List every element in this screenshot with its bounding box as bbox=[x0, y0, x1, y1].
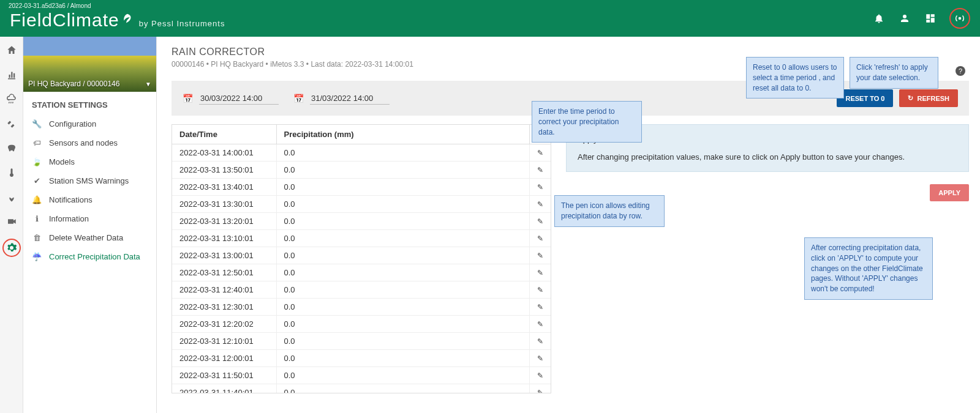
pencil-icon: ✎ bbox=[537, 320, 543, 329]
table-row: 2022-03-31 13:20:01 0.0 ✎ bbox=[172, 213, 551, 230]
date-from-input[interactable] bbox=[199, 92, 279, 105]
top-bar: 2022-03-31.a5d23a6 / Almond FieldClimate… bbox=[0, 0, 980, 37]
table-row: 2022-03-31 12:00:01 0.0 ✎ bbox=[172, 350, 551, 367]
camera-icon[interactable] bbox=[4, 214, 19, 229]
refresh-icon: ↻ bbox=[908, 94, 913, 102]
weather-icon[interactable] bbox=[4, 92, 19, 106]
sidebar-item-delete[interactable]: 🗑Delete Weather Data bbox=[23, 228, 156, 247]
cell-precip: 0.0 bbox=[276, 316, 530, 333]
cell-datetime: 2022-03-31 12:00:01 bbox=[172, 350, 276, 367]
cell-datetime: 2022-03-31 12:30:01 bbox=[172, 299, 276, 316]
plant-icon[interactable] bbox=[4, 190, 19, 204]
tag-icon: 🏷 bbox=[32, 138, 42, 147]
station-image[interactable]: PI HQ Backyard / 00000146 ▼ bbox=[23, 37, 156, 92]
station-label: PI HQ Backyard / 00000146 bbox=[28, 80, 119, 88]
cell-precip: 0.0 bbox=[276, 299, 530, 316]
edit-button[interactable]: ✎ bbox=[530, 264, 551, 281]
date-to-input[interactable] bbox=[310, 92, 390, 105]
sidebar-item-sms[interactable]: ✔Station SMS Warnings bbox=[23, 171, 156, 190]
cell-datetime: 2022-03-31 13:20:01 bbox=[172, 213, 276, 230]
reset-button[interactable]: RESET TO 0 bbox=[837, 89, 893, 107]
cell-datetime: 2022-03-31 13:10:01 bbox=[172, 230, 276, 247]
chevron-down-icon: ▼ bbox=[145, 81, 151, 87]
gear-icon-highlight bbox=[2, 239, 21, 257]
edit-button[interactable]: ✎ bbox=[530, 230, 551, 247]
edit-button[interactable]: ✎ bbox=[530, 299, 551, 316]
edit-button[interactable]: ✎ bbox=[530, 144, 551, 162]
livestock-icon[interactable] bbox=[4, 141, 19, 155]
date-from-wrap: 📅 bbox=[183, 92, 279, 105]
info-icon: ℹ bbox=[32, 214, 42, 223]
cell-precip: 0.0 bbox=[276, 264, 530, 281]
user-icon[interactable] bbox=[898, 12, 911, 25]
nav-rail bbox=[0, 37, 23, 413]
cell-datetime: 2022-03-31 13:50:01 bbox=[172, 162, 276, 179]
pencil-icon: ✎ bbox=[537, 217, 543, 226]
thermometer-icon[interactable] bbox=[4, 165, 19, 180]
sidebar-title: STATION SETTINGS bbox=[23, 92, 156, 114]
edit-button[interactable]: ✎ bbox=[530, 162, 551, 179]
sidebar-item-correct-precip[interactable]: ☔Correct Precipitation Data bbox=[23, 247, 156, 266]
cell-datetime: 2022-03-31 13:30:01 bbox=[172, 196, 276, 213]
callout-pen: The pen icon allows editing precipitatio… bbox=[554, 195, 665, 227]
cell-datetime: 2022-03-31 13:00:01 bbox=[172, 247, 276, 264]
bell-icon: 🔔 bbox=[32, 195, 42, 204]
sidebar: PI HQ Backyard / 00000146 ▼ STATION SETT… bbox=[23, 37, 157, 413]
edit-button[interactable]: ✎ bbox=[530, 247, 551, 264]
callout-reset: Reset to 0 allows users to select a time… bbox=[746, 57, 844, 99]
bell-icon[interactable] bbox=[872, 12, 886, 25]
edit-button[interactable]: ✎ bbox=[530, 333, 551, 350]
cell-precip: 0.0 bbox=[276, 144, 530, 162]
help-icon[interactable]: ? bbox=[956, 66, 965, 76]
edit-button[interactable]: ✎ bbox=[530, 179, 551, 196]
callout-date: Enter the time period to correct your pr… bbox=[532, 101, 642, 143]
sidebar-item-configuration[interactable]: 🔧Configuration bbox=[23, 114, 156, 133]
precip-table[interactable]: Date/Time Precipitation (mm) 2022-03-31 … bbox=[172, 124, 551, 393]
callout-apply: After correcting precipitation data, cli… bbox=[804, 237, 933, 300]
sidebar-item-sensors[interactable]: 🏷Sensors and nodes bbox=[23, 133, 156, 152]
cell-datetime: 2022-03-31 11:40:01 bbox=[172, 384, 276, 394]
refresh-button[interactable]: ↻REFRESH bbox=[899, 89, 958, 107]
trash-icon: 🗑 bbox=[32, 233, 42, 242]
edit-button[interactable]: ✎ bbox=[530, 384, 551, 394]
sidebar-item-notifications[interactable]: 🔔Notifications bbox=[23, 190, 156, 209]
edit-button[interactable]: ✎ bbox=[530, 350, 551, 367]
table-row: 2022-03-31 13:00:01 0.0 ✎ bbox=[172, 247, 551, 264]
satellite-icon[interactable] bbox=[4, 116, 19, 131]
date-to-wrap: 📅 bbox=[293, 92, 390, 105]
gear-icon[interactable] bbox=[4, 240, 19, 255]
sidebar-item-information[interactable]: ℹInformation bbox=[23, 209, 156, 228]
edit-button[interactable]: ✎ bbox=[530, 281, 551, 299]
cell-precip: 0.0 bbox=[276, 367, 530, 384]
edit-button[interactable]: ✎ bbox=[530, 367, 551, 384]
calendar-icon[interactable]: 📅 bbox=[183, 94, 193, 103]
sidebar-menu: 🔧Configuration 🏷Sensors and nodes 🍃Model… bbox=[23, 114, 156, 266]
calendar-icon[interactable]: 📅 bbox=[293, 94, 304, 103]
cell-precip: 0.0 bbox=[276, 384, 530, 394]
table-row: 2022-03-31 11:40:01 0.0 ✎ bbox=[172, 384, 551, 394]
table-row: 2022-03-31 12:20:02 0.0 ✎ bbox=[172, 316, 551, 333]
edit-button[interactable]: ✎ bbox=[530, 213, 551, 230]
cell-precip: 0.0 bbox=[276, 162, 530, 179]
cell-datetime: 2022-03-31 11:50:01 bbox=[172, 367, 276, 384]
home-icon[interactable] bbox=[4, 43, 19, 58]
callout-refresh: Click 'refresh' to apply your date selec… bbox=[850, 57, 938, 89]
broadcast-icon[interactable] bbox=[953, 12, 967, 25]
sidebar-item-models[interactable]: 🍃Models bbox=[23, 152, 156, 171]
leaf-icon bbox=[121, 13, 134, 26]
shield-icon: ✔ bbox=[32, 176, 42, 185]
pencil-icon: ✎ bbox=[537, 251, 543, 260]
chart-icon[interactable] bbox=[4, 67, 19, 82]
apply-button[interactable]: APPLY bbox=[930, 184, 969, 201]
edit-button[interactable]: ✎ bbox=[530, 316, 551, 333]
cell-datetime: 2022-03-31 13:40:01 bbox=[172, 179, 276, 196]
pencil-icon: ✎ bbox=[537, 269, 543, 277]
cell-datetime: 2022-03-31 12:50:01 bbox=[172, 264, 276, 281]
table-row: 2022-03-31 12:40:01 0.0 ✎ bbox=[172, 281, 551, 299]
pencil-icon: ✎ bbox=[537, 286, 543, 294]
svg-point-0 bbox=[959, 17, 962, 20]
edit-button[interactable]: ✎ bbox=[530, 196, 551, 213]
build-meta: 2022-03-31.a5d23a6 / Almond bbox=[9, 2, 91, 9]
dashboard-icon[interactable] bbox=[924, 12, 937, 25]
table-row: 2022-03-31 12:10:01 0.0 ✎ bbox=[172, 333, 551, 350]
